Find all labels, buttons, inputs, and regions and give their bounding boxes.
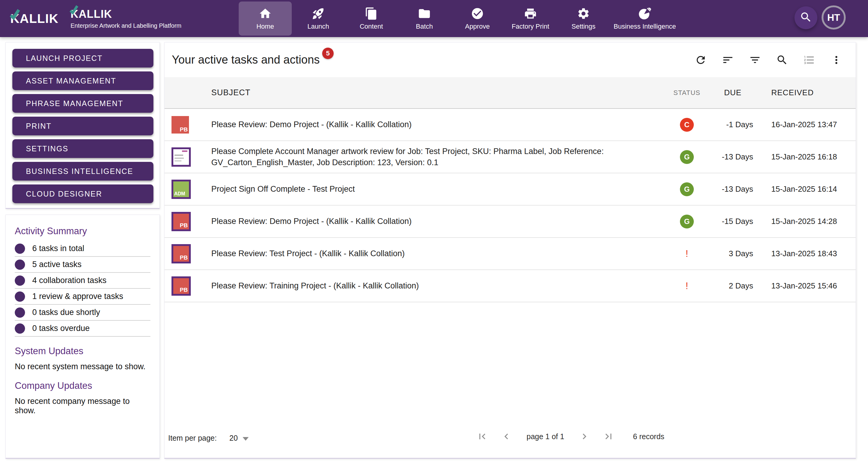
numbered-list-button[interactable] xyxy=(803,54,815,66)
activity-item-label: 0 tasks due shortly xyxy=(32,308,100,317)
first-page-button[interactable] xyxy=(476,431,488,442)
system-updates-title: System Updates xyxy=(15,346,150,356)
kallik-logo: KALLIK xyxy=(10,11,56,26)
table-row[interactable]: ADMProject Sign Off Complete - Test Proj… xyxy=(164,173,856,206)
search-icon xyxy=(800,11,812,25)
records-count: 6 records xyxy=(633,432,664,441)
status-badge-complete: C xyxy=(680,118,694,132)
table-row[interactable]: PBPlease Review: Training Project - (Kal… xyxy=(164,270,856,302)
refresh-button[interactable] xyxy=(695,54,707,66)
sidebar-button-business-intelligence[interactable]: BUSINESS INTELLIGENCE xyxy=(12,162,153,181)
bullet-circle-icon xyxy=(15,259,25,270)
sidebar-button-launch-project[interactable]: LAUNCH PROJECT xyxy=(12,49,153,67)
table-row[interactable]: PBPlease Review: Demo Project - (Kallik … xyxy=(164,206,856,238)
numbered-list-icon xyxy=(803,54,815,66)
tasks-titlebar: Your active tasks and actions 5 xyxy=(164,42,856,77)
more-options-button[interactable] xyxy=(830,54,842,66)
status-exclaim-icon: ! xyxy=(686,248,688,259)
row-subject: Please Review: Training Project - (Kalli… xyxy=(211,280,664,291)
row-status-cell: G xyxy=(664,182,710,196)
artwork-thumbnail-icon xyxy=(172,147,191,167)
pb-task-icon-label: PB xyxy=(180,222,188,229)
nav-item-content[interactable]: Content xyxy=(345,1,398,36)
nav-item-business-intelligence[interactable]: Business Intelligence xyxy=(610,1,680,36)
tasks-toolbar xyxy=(695,54,856,66)
activity-item-label: 4 collaboration tasks xyxy=(32,276,106,285)
next-page-button[interactable] xyxy=(579,431,590,442)
sort-button[interactable] xyxy=(722,54,734,66)
sidebar-button-settings[interactable]: SETTINGS xyxy=(12,139,153,158)
nav-item-label: Content xyxy=(360,23,383,30)
bullet-circle-icon xyxy=(15,244,25,254)
search-button[interactable] xyxy=(776,54,788,66)
sidebar-actions-card: LAUNCH PROJECTASSET MANAGEMENTPHRASE MAN… xyxy=(5,42,160,209)
pb-task-icon: PB xyxy=(172,212,191,231)
top-navbar: KALLIK KALLIK Enterprise Artwork and Lab… xyxy=(0,0,868,37)
nav-item-approve[interactable]: Approve xyxy=(451,1,504,36)
next-page-icon xyxy=(579,431,590,442)
pb-task-icon: PB xyxy=(172,276,191,296)
page-indicator: page 1 of 1 xyxy=(525,432,566,441)
nav-item-label: Settings xyxy=(571,23,595,30)
activity-summary-item: 0 tasks overdue xyxy=(15,321,150,337)
dropdown-caret-icon xyxy=(243,437,249,441)
table-row[interactable]: PBPlease Review: Test Project - (Kallik … xyxy=(164,238,856,270)
nav-item-settings[interactable]: Settings xyxy=(557,1,610,36)
nav-item-launch[interactable]: Launch xyxy=(292,1,345,36)
content-icon xyxy=(365,7,378,20)
nav-item-factory-print[interactable]: Factory Print xyxy=(504,1,557,36)
prev-page-button[interactable] xyxy=(501,431,512,442)
sort-icon xyxy=(722,54,734,66)
row-icon-cell xyxy=(164,147,211,167)
nav-item-batch[interactable]: Batch xyxy=(398,1,451,36)
row-received: 16-Jan-2025 13:47 xyxy=(756,120,856,129)
table-row[interactable]: Please Complete Account Manager artwork … xyxy=(164,141,856,173)
row-due: 3 Days xyxy=(710,249,756,258)
items-per-page-select[interactable]: 20 xyxy=(229,434,249,442)
brand-title: KALLIK xyxy=(70,8,181,21)
sidebar-button-phrase-management[interactable]: PHRASE MANAGEMENT xyxy=(12,94,153,113)
row-icon-cell: ADM xyxy=(164,180,211,199)
row-icon-cell: PB xyxy=(164,212,211,231)
last-page-button[interactable] xyxy=(603,431,614,442)
filter-button[interactable] xyxy=(749,54,761,66)
activity-item-label: 5 active tasks xyxy=(32,260,82,269)
user-avatar[interactable]: HT xyxy=(822,5,846,30)
row-icon-cell: PB xyxy=(164,116,211,133)
tasks-panel: Your active tasks and actions 5 SUBJECTS… xyxy=(164,42,856,459)
primary-nav: HomeLaunchContentBatchApproveFactory Pri… xyxy=(239,0,680,37)
nav-item-label: Batch xyxy=(416,23,433,30)
row-status-cell: ! xyxy=(664,280,710,291)
row-status-cell: C xyxy=(664,118,710,132)
row-due: -15 Days xyxy=(710,217,756,226)
column-header-subject: SUBJECT xyxy=(211,87,664,98)
sidebar-button-cloud-designer[interactable]: CLOUD DESIGNER xyxy=(12,184,153,203)
sidebar-button-print[interactable]: PRINT xyxy=(12,117,153,135)
nav-item-label: Launch xyxy=(307,23,329,30)
pager-controls: page 1 of 16 records xyxy=(476,431,664,442)
activity-summary-list: 6 tasks in total5 active tasks4 collabor… xyxy=(15,241,150,337)
adm-task-icon: ADM xyxy=(172,180,191,199)
home-icon xyxy=(258,7,272,20)
activity-item-label: 0 tasks overdue xyxy=(32,324,90,333)
activity-summary-item: 6 tasks in total xyxy=(15,241,150,257)
table-row[interactable]: PBPlease Review: Demo Project - (Kallik … xyxy=(164,109,856,141)
global-search-button[interactable] xyxy=(795,6,817,29)
pagination-bar: Item per page: 20 page 1 of 16 records xyxy=(164,427,856,454)
nav-item-home[interactable]: Home xyxy=(239,1,292,36)
activity-summary-item: 1 review & approve tasks xyxy=(15,289,150,305)
refresh-icon xyxy=(695,54,707,66)
tasks-title: Your active tasks and actions xyxy=(172,53,320,66)
items-per-page-value: 20 xyxy=(229,434,238,442)
row-due: -13 Days xyxy=(710,152,756,162)
sidebar-button-asset-management[interactable]: ASSET MANAGEMENT xyxy=(12,71,153,90)
row-subject: Project Sign Off Complete - Test Project xyxy=(211,184,664,194)
bullet-circle-icon xyxy=(15,276,25,286)
row-due: -13 Days xyxy=(710,184,756,194)
pb-task-icon-label: PB xyxy=(180,287,188,293)
activity-summary-item: 5 active tasks xyxy=(15,257,150,273)
row-status-cell: ! xyxy=(664,248,710,259)
status-exclaim-icon: ! xyxy=(686,280,688,291)
row-subject: Please Review: Test Project - (Kallik - … xyxy=(211,248,664,259)
row-received: 15-Jan-2025 14:28 xyxy=(756,217,856,226)
